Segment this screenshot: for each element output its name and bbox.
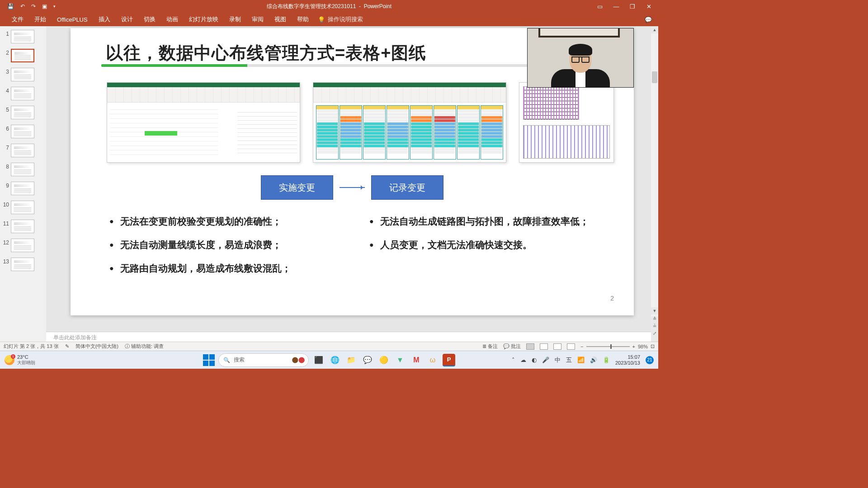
notes-pane[interactable]: 单击此处添加备注: [46, 332, 658, 342]
thumbnail-slide-3[interactable]: 3: [0, 67, 46, 86]
thumbnail-slide-9[interactable]: 9: [0, 181, 46, 200]
status-language[interactable]: 简体中文(中国大陆): [75, 343, 118, 350]
maximize-button[interactable]: ❐: [626, 3, 639, 10]
start-button[interactable]: [203, 354, 215, 366]
status-accessibility[interactable]: ⓘ 辅助功能: 调查: [125, 343, 164, 350]
thumbnail-slide-2[interactable]: 2: [0, 48, 46, 67]
tab-design[interactable]: 设计: [116, 13, 138, 26]
app-w-icon[interactable]: ω: [426, 354, 439, 366]
taskbar-clock[interactable]: 15:07 2023/10/13: [615, 354, 640, 365]
slide[interactable]: 以往，数据中心布线管理方式=表格+图纸 实: [71, 28, 634, 315]
scroll-up-icon[interactable]: ▲: [651, 26, 658, 33]
prev-slide-icon[interactable]: ≜: [651, 316, 658, 324]
thumb-number: 10: [2, 201, 11, 208]
volume-icon[interactable]: 🔊: [590, 357, 597, 363]
tab-animation[interactable]: 动画: [161, 13, 184, 26]
notification-badge[interactable]: 21: [646, 356, 654, 364]
comments-button[interactable]: 💬 批注: [503, 343, 521, 350]
tell-me-search[interactable]: 💡 操作说明搜索: [318, 15, 363, 23]
tab-help[interactable]: 帮助: [292, 13, 314, 26]
onedrive-icon[interactable]: ☁: [520, 357, 526, 363]
thumbnail-slide-5[interactable]: 5: [0, 105, 46, 124]
flow-box-record[interactable]: 记录变更: [371, 175, 443, 200]
slide-thumbnails-pane[interactable]: 12345678910111213: [0, 26, 46, 342]
microphone-icon[interactable]: 🎤: [542, 357, 549, 363]
zoom-control: − + 98% ⊡: [580, 343, 655, 349]
taskbar-search[interactable]: 🔍 搜索: [218, 353, 309, 367]
excel-table-screenshot[interactable]: [107, 82, 300, 163]
reading-view-button[interactable]: [553, 343, 561, 350]
spellcheck-icon[interactable]: ✎: [65, 343, 69, 349]
vertical-scrollbar[interactable]: ▲ ▼ ≜ ≟ ⤢: [651, 26, 658, 342]
tab-officeplus[interactable]: OfficePLUS: [52, 14, 93, 26]
qat-more-icon[interactable]: ▾: [53, 4, 56, 9]
thumbnail-slide-13[interactable]: 13: [0, 257, 46, 276]
ime-mode-icon[interactable]: 中: [555, 356, 561, 364]
thumbnail-slide-4[interactable]: 4: [0, 86, 46, 105]
zoom-level[interactable]: 98%: [638, 344, 648, 349]
explorer-icon[interactable]: 📁: [345, 354, 358, 366]
wechat-icon[interactable]: 💬: [361, 354, 374, 366]
thumbnail-slide-12[interactable]: 12: [0, 238, 46, 257]
excel-racks-screenshot[interactable]: [313, 82, 506, 163]
status-slide-info[interactable]: 幻灯片 第 2 张，共 13 张: [4, 343, 59, 350]
tab-view[interactable]: 视图: [269, 13, 292, 26]
zoom-out-button[interactable]: −: [580, 344, 583, 349]
tab-transition[interactable]: 切换: [138, 13, 161, 26]
undo-icon[interactable]: ↶: [20, 3, 25, 9]
chrome-icon[interactable]: 🟡: [377, 354, 390, 366]
save-icon[interactable]: 💾: [7, 3, 14, 9]
webcam-overlay[interactable]: [527, 28, 634, 88]
thumb-number: 4: [2, 87, 11, 94]
thumbnail-slide-1[interactable]: 1: [0, 29, 46, 48]
tab-record[interactable]: 录制: [224, 13, 246, 26]
slide-title[interactable]: 以往，数据中心布线管理方式=表格+图纸: [106, 42, 426, 65]
tab-insert[interactable]: 插入: [93, 13, 116, 26]
taskview-icon[interactable]: ⬛: [312, 354, 325, 366]
tray-chevron-icon[interactable]: ˄: [512, 357, 515, 363]
fit-icon[interactable]: ⤢: [651, 331, 658, 338]
flow-box-implement[interactable]: 实施变更: [261, 175, 333, 200]
battery-icon[interactable]: 🔋: [603, 357, 610, 363]
vue-icon[interactable]: ▼: [394, 354, 406, 366]
wifi-icon[interactable]: 📶: [577, 357, 585, 363]
minimize-button[interactable]: —: [609, 3, 623, 10]
thumbnail-slide-6[interactable]: 6: [0, 124, 46, 143]
taskbar-weather[interactable]: 1 23°C 大部晴朗: [0, 354, 35, 366]
fit-window-button[interactable]: ⊡: [651, 343, 655, 349]
window-title: 综合布线数字孪生管理技术20231011 - PowerPoint: [267, 3, 392, 10]
ribbon-display-icon[interactable]: ▭: [593, 3, 607, 10]
next-slide-icon[interactable]: ≟: [651, 324, 658, 331]
thumbnail-slide-7[interactable]: 7: [0, 143, 46, 162]
zoom-in-button[interactable]: +: [632, 344, 635, 349]
bullets-area[interactable]: 无法在变更前校验变更规划的准确性； 无法自动测量线缆长度，易造成浪费； 无路由自…: [109, 215, 607, 286]
tray-app-icon[interactable]: ◐: [532, 357, 537, 363]
thumb-number: 7: [2, 144, 11, 151]
screenshot-row: [107, 82, 614, 163]
slideshow-from-start-icon[interactable]: ▣: [42, 3, 47, 9]
edge-icon[interactable]: 🌐: [329, 354, 341, 366]
notes-button[interactable]: ≣ 备注: [482, 343, 498, 350]
normal-view-button[interactable]: [526, 343, 534, 350]
scroll-thumb[interactable]: [652, 71, 657, 83]
ime-layout-icon[interactable]: 五: [566, 356, 572, 364]
redo-icon[interactable]: ↷: [31, 3, 36, 9]
slideshow-view-button[interactable]: [567, 343, 575, 350]
scroll-down-icon[interactable]: ▼: [651, 307, 658, 314]
cad-floorplan-screenshot[interactable]: [519, 82, 614, 163]
tab-home[interactable]: 开始: [29, 13, 52, 26]
thumbnail-slide-8[interactable]: 8: [0, 162, 46, 181]
thumbnail-slide-11[interactable]: 11: [0, 219, 46, 238]
tab-slideshow[interactable]: 幻灯片放映: [184, 13, 224, 26]
slide-canvas[interactable]: 以往，数据中心布线管理方式=表格+图纸 实: [46, 26, 658, 332]
tab-review[interactable]: 审阅: [246, 13, 269, 26]
close-button[interactable]: ✕: [642, 3, 656, 10]
tab-file[interactable]: 文件: [6, 13, 29, 26]
arrow-icon: [340, 187, 365, 188]
powerpoint-icon[interactable]: P: [443, 354, 455, 366]
comments-pane-icon[interactable]: 💬: [645, 16, 652, 23]
zoom-slider[interactable]: [586, 346, 630, 347]
app-m-icon[interactable]: M: [410, 354, 423, 366]
sorter-view-button[interactable]: [540, 343, 548, 350]
thumbnail-slide-10[interactable]: 10: [0, 200, 46, 219]
